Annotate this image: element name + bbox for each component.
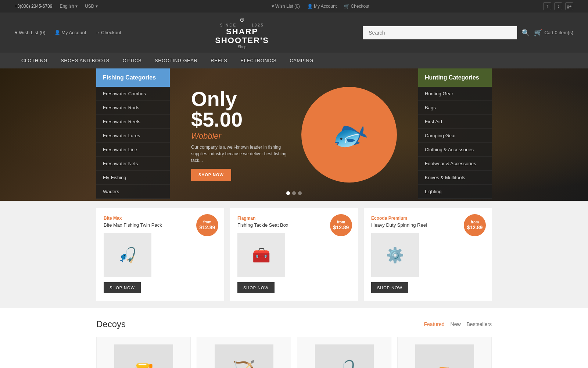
product-card-bitemax: from $12.89 Bite Max Bite Max Fishing Tw… [96, 208, 224, 301]
decoys-tab-new[interactable]: New [451, 321, 461, 327]
shop-now-button-1[interactable]: SHOP NOW [104, 282, 141, 293]
nav-items: CLOTHING SHOES AND BOOTS OPTICS SHOOTING… [15, 53, 320, 68]
from-label-1: from [203, 220, 211, 224]
fishing-item-freshwater-reels[interactable]: Freshwater Reels [96, 115, 170, 129]
decoy-image-2: 🏹 [215, 344, 273, 368]
nav-clothing[interactable]: CLOTHING [15, 53, 54, 68]
decoy-card-3: 🎣 [297, 337, 391, 368]
hunting-item-bags[interactable]: Bags [418, 101, 492, 115]
header-search-cart: 🔍 🛒 Cart 0 item(s) [363, 26, 573, 39]
dollar-sign: $ [191, 108, 202, 131]
googleplus-icon[interactable]: g+ [565, 2, 573, 10]
fishing-item-freshwater-line[interactable]: Freshwater Line [96, 143, 170, 157]
wishlist-link[interactable]: ♥ Wish List (0) [272, 4, 300, 9]
product-card-ecooda: from $12.89 Ecooda Premium Heavy Duty Sp… [364, 208, 492, 301]
hunting-categories-header: Hunting Categories [418, 68, 492, 87]
hunting-item-footwear[interactable]: Footwear & Accessories [418, 157, 492, 171]
account-link[interactable]: 👤 My Account [307, 4, 337, 9]
fishing-categories-header: Fishing Categories [96, 68, 170, 87]
dot-3[interactable] [298, 191, 302, 195]
hero-content: Only $5.00 Wobbler Our company is a well… [191, 87, 397, 183]
hunting-item-first-aid[interactable]: First Aid [418, 115, 492, 129]
fishing-item-freshwater-lures[interactable]: Freshwater Lures [96, 129, 170, 143]
account-header-link[interactable]: 👤 My Account [54, 30, 86, 35]
decoys-tab-featured[interactable]: Featured [424, 321, 444, 327]
hero-price: Only $5.00 [191, 89, 294, 130]
hero-product-circle: 🐟 [301, 87, 397, 183]
nav-shooting-gear[interactable]: SHOOTING GEAR [148, 53, 204, 68]
dot-1[interactable] [286, 191, 290, 195]
nav-camping[interactable]: CAMPING [283, 53, 320, 68]
search-button[interactable]: 🔍 [521, 29, 530, 37]
top-bar: +3(800) 2345-6789 English ▾ USD ▾ ♥ Wish… [0, 0, 588, 13]
checkout-header-link[interactable]: → Checkout [95, 30, 121, 35]
decoy-card-4: ⛺ [397, 337, 492, 368]
product-image-1: 🎣 [104, 233, 151, 277]
checkout-link[interactable]: 🛒 Checkout [344, 4, 369, 9]
product-image-2: 🧰 [237, 233, 285, 277]
fishing-item-waders[interactable]: Waders [96, 185, 170, 199]
decoy-image-4: ⛺ [415, 344, 474, 368]
hunting-item-gear[interactable]: Hunting Gear [418, 87, 492, 101]
language-selector[interactable]: English ▾ [60, 4, 78, 9]
nav-reels[interactable]: REELS [204, 53, 234, 68]
twitter-icon[interactable]: t [554, 2, 562, 10]
hunting-item-clothing-accessories[interactable]: Clothing & Accessories [418, 143, 492, 157]
hero-subtitle: Wobbler [191, 131, 294, 141]
fishing-item-freshwater-nets[interactable]: Freshwater Nets [96, 157, 170, 171]
hero-carousel-dots [286, 191, 302, 195]
shop-now-button-3[interactable]: SHOP NOW [371, 282, 408, 293]
price-value: 5.00 [202, 108, 243, 131]
logo-brand: SHOOTER'S [215, 36, 269, 45]
search-input[interactable] [363, 26, 517, 39]
price-badge-1: from $12.89 [196, 214, 218, 236]
hunting-item-lighting[interactable]: Lighting [418, 185, 492, 199]
decoy-image-1: 🔫 [114, 344, 173, 368]
fishing-categories-panel: Fishing Categories Freshwater Combos Fre… [96, 68, 170, 199]
nav-bar: CLOTHING SHOES AND BOOTS OPTICS SHOOTING… [0, 53, 588, 68]
hunting-item-knives[interactable]: Knives & Multitools [418, 171, 492, 185]
facebook-icon[interactable]: f [543, 2, 551, 10]
hunting-categories-panel: Hunting Categories Hunting Gear Bags Fir… [418, 68, 492, 199]
cart-icon: 🛒 [534, 29, 542, 37]
price-value-2: $12.89 [333, 224, 349, 231]
decoy-image-3: 🎣 [315, 344, 374, 368]
dot-2[interactable] [292, 191, 296, 195]
currency-selector[interactable]: USD ▾ [85, 4, 98, 9]
hero-cta-button[interactable]: SHOP NOW [191, 169, 231, 181]
hero-description: Our company is a well-known leader in fi… [191, 144, 294, 164]
logo[interactable]: ⊕ SINCE 1925 SHARP SHOOTER'S Shop [215, 16, 269, 49]
decoys-tab-bestsellers[interactable]: Bestsellers [467, 321, 492, 327]
decoys-title: Decoys [96, 319, 126, 329]
header-links: ♥ Wish List (0) 👤 My Account → Checkout [15, 30, 121, 35]
product-img-area-2: 🧰 [237, 233, 351, 277]
nav-optics[interactable]: OPTICS [116, 53, 148, 68]
header: ♥ Wish List (0) 👤 My Account → Checkout … [0, 13, 588, 53]
fishing-item-fly-fishing[interactable]: Fly-Fishing [96, 171, 170, 185]
decoys-tabs: Featured New Bestsellers [424, 321, 492, 327]
product-img-area-1: 🎣 [104, 233, 217, 277]
cart-area[interactable]: 🛒 Cart 0 item(s) [534, 29, 573, 37]
price-value-1: $12.89 [200, 224, 215, 231]
fishing-item-freshwater-combos[interactable]: Freshwater Combos [96, 87, 170, 101]
hunting-item-camping-gear[interactable]: Camping Gear [418, 129, 492, 143]
fishing-item-freshwater-rods[interactable]: Freshwater Rods [96, 101, 170, 115]
social-links: f t g+ [543, 2, 573, 10]
price-value-3: $12.89 [467, 224, 483, 231]
hero-text: Only $5.00 Wobbler Our company is a well… [191, 89, 294, 181]
from-label-3: from [471, 220, 479, 224]
shop-now-button-2[interactable]: SHOP NOW [237, 282, 275, 293]
decoy-card-2: 🏹 [197, 337, 291, 368]
decoys-header: Decoys Featured New Bestsellers [96, 319, 492, 329]
nav-electronics[interactable]: ELECTRONICS [234, 53, 283, 68]
product-img-area-3: ⚙️ [371, 233, 484, 277]
decoy-card-1: 🔫 [96, 337, 191, 368]
hero-section: Fishing Categories Freshwater Combos Fre… [0, 68, 588, 201]
nav-shoes[interactable]: SHOES AND BOOTS [54, 53, 116, 68]
top-bar-links: ♥ Wish List (0) 👤 My Account 🛒 Checkout [272, 4, 370, 9]
price-badge-3: from $12.89 [464, 214, 486, 236]
product-image-3: ⚙️ [371, 233, 419, 277]
from-label-2: from [337, 220, 345, 224]
featured-products-section: from $12.89 Bite Max Bite Max Fishing Tw… [0, 201, 588, 308]
wishlist-header-link[interactable]: ♥ Wish List (0) [15, 30, 46, 35]
